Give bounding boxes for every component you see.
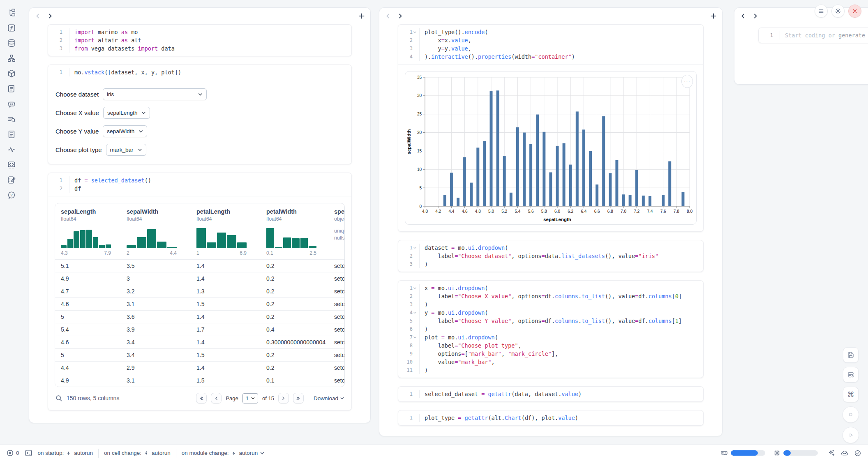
panel-next-button[interactable] <box>47 13 53 19</box>
code-line[interactable]: 1x = mo.ui.dropdown( <box>398 284 703 292</box>
scratchpad-icon[interactable] <box>7 84 16 93</box>
code-line[interactable]: 9 options=["mark_bar", "mark_circle"], <box>398 350 703 358</box>
table-row[interactable]: 5.13.51.40.2setosa <box>55 259 344 272</box>
settings-button[interactable] <box>831 5 845 18</box>
code-line[interactable]: 3 y=y.value, <box>398 44 703 53</box>
dropdown-choose-x-value[interactable]: sepalLength <box>103 107 150 119</box>
code-cell-dataset-dropdown[interactable]: 1dataset = mo.ui.dropdown(2 label="Choos… <box>398 240 704 272</box>
code-cell-imports[interactable]: 1import marimo as mo2import altair as al… <box>48 24 352 56</box>
download-button[interactable]: Download <box>314 395 344 401</box>
code-line[interactable]: 1df = selected_dataset() <box>48 176 351 184</box>
panel-prev-button[interactable] <box>385 13 391 19</box>
dependency-graph-icon[interactable] <box>7 54 16 63</box>
code-line[interactable]: 7plot = mo.ui.dropdown( <box>398 333 703 341</box>
code-cell-xy-plot-dropdowns[interactable]: 1x = mo.ui.dropdown(2 label="Choose X va… <box>398 280 704 378</box>
code-line[interactable]: 4).interactive().properties(width="conta… <box>398 53 703 61</box>
page-select[interactable]: 1 <box>242 393 258 403</box>
panel-prev-button[interactable] <box>35 13 41 19</box>
dropdown-choose-plot-type[interactable]: mark_bar <box>106 144 146 156</box>
panel-prev-button[interactable] <box>740 13 746 19</box>
function-icon[interactable] <box>7 23 16 32</box>
panel-next-button[interactable] <box>397 13 403 19</box>
column-header-sepalWidth[interactable]: sepalWidthfloat6424.4 <box>121 203 191 259</box>
code-line[interactable]: 1import marimo as mo <box>48 28 351 36</box>
help-icon[interactable]: ? <box>7 191 16 200</box>
add-cell-button[interactable] <box>711 13 716 19</box>
table-row[interactable]: 4.93.11.50.1setosa <box>55 374 344 387</box>
code-cell-plot-type[interactable]: 1plot_type = getattr(alt.Chart(df), plot… <box>398 410 704 426</box>
table-row[interactable]: 53.41.50.2setosa <box>55 348 344 361</box>
code-line[interactable]: 6) <box>398 325 703 333</box>
panel-next-button[interactable] <box>753 13 758 19</box>
close-panel-button[interactable] <box>848 5 861 18</box>
code-line[interactable]: 2df <box>48 184 351 193</box>
database-icon[interactable] <box>7 39 16 48</box>
code-cell-selected-dataset[interactable]: 1selected_dataset = getattr(data, datase… <box>398 386 704 402</box>
altair-bar-chart[interactable]: 4.04.24.44.64.85.05.25.45.65.86.06.26.46… <box>405 71 696 224</box>
code-line[interactable]: 10 value="mark_bar", <box>398 358 703 366</box>
column-header-petalLength[interactable]: petalLengthfloat6416.9 <box>191 203 261 259</box>
package-icon[interactable] <box>7 69 16 78</box>
documentation-icon[interactable] <box>7 130 16 139</box>
file-tree-icon[interactable] <box>7 8 16 17</box>
tracing-icon[interactable] <box>7 145 16 154</box>
chat-icon[interactable] <box>7 99 16 108</box>
table-row[interactable]: 4.931.40.2setosa <box>55 272 344 285</box>
code-line[interactable]: 3) <box>398 260 703 268</box>
code-line[interactable]: 1mo.vstack([dataset, x, y, plot]) <box>48 68 351 76</box>
dropdown-choose-y-value[interactable]: sepalWidth <box>103 125 147 137</box>
generate-ai-link[interactable]: generate <box>838 32 865 39</box>
code-line[interactable]: 8 label="Choose plot type", <box>398 341 703 350</box>
on-startup-setting[interactable]: on startup: autorun <box>38 450 93 456</box>
column-header-petalWidth[interactable]: petalWidthfloat640.12.5 <box>261 203 328 259</box>
add-cell-button[interactable] <box>359 13 365 19</box>
code-line[interactable]: 1selected_dataset = getattr(data, datase… <box>398 390 703 398</box>
empty-code-cell[interactable]: 1 Start coding or generate with AI <box>758 28 868 43</box>
code-cell-vstack[interactable]: 1mo.vstack([dataset, x, y, plot]) Choose… <box>48 65 352 164</box>
code-line[interactable]: 3from vega_datasets import data <box>48 44 351 53</box>
save-button[interactable] <box>843 347 859 363</box>
layout-button[interactable] <box>843 367 859 383</box>
chart-actions-button[interactable]: ··· <box>681 75 693 88</box>
prev-page-button[interactable] <box>211 393 222 403</box>
terminal-button[interactable] <box>25 449 32 457</box>
connection-status[interactable] <box>854 449 861 457</box>
code-line[interactable]: 1plot_type().encode( <box>398 28 703 36</box>
dropdown-choose-dataset[interactable]: iris <box>103 88 207 100</box>
logs-icon[interactable] <box>7 115 16 124</box>
code-line[interactable]: 4y = mo.ui.dropdown( <box>398 309 703 317</box>
run-button[interactable] <box>843 427 859 443</box>
code-line[interactable]: 1plot_type = getattr(alt.Chart(df), plot… <box>398 414 703 422</box>
code-line[interactable]: 2 label="Choose dataset", options=data.l… <box>398 252 703 260</box>
ai-assist-button[interactable] <box>827 449 835 457</box>
on-cell-change-setting[interactable]: on cell change: autorun <box>104 450 171 456</box>
table-row[interactable]: 4.73.21.30.2setosa <box>55 285 344 297</box>
notebook-icon[interactable] <box>7 175 16 184</box>
stop-button[interactable] <box>843 406 859 423</box>
error-count-badge[interactable]: 0 <box>7 449 19 456</box>
code-line[interactable]: 1dataset = mo.ui.dropdown( <box>398 244 703 252</box>
code-line[interactable]: 2 label="Choose X value", options=df.col… <box>398 292 703 300</box>
keyboard-shortcuts-button[interactable]: ⌘ <box>843 387 859 402</box>
next-page-button[interactable] <box>278 393 289 403</box>
table-row[interactable]: 4.63.41.40.30000000000000004setosa <box>55 336 344 348</box>
code-cell-dataframe[interactable]: 1df = selected_dataset()2df sepalLengthf… <box>48 173 352 410</box>
runtime-button[interactable] <box>840 449 849 457</box>
menu-button[interactable] <box>815 5 828 18</box>
table-row[interactable]: 53.61.40.2setosa <box>55 310 344 323</box>
snippets-icon[interactable] <box>7 160 16 169</box>
code-line[interactable]: 5 label="Choose Y value", options=df.col… <box>398 317 703 325</box>
first-page-button[interactable] <box>196 393 207 403</box>
column-header-species[interactable]: speciesobjectunique:nulls: <box>328 203 344 259</box>
code-line[interactable]: 3) <box>398 300 703 309</box>
search-icon[interactable] <box>55 395 62 402</box>
column-header-sepalLength[interactable]: sepalLengthfloat644.37.9 <box>55 203 121 259</box>
table-row[interactable]: 4.63.11.50.2setosa <box>55 297 344 310</box>
on-module-change-setting[interactable]: on module change: autorun <box>182 450 265 456</box>
last-page-button[interactable] <box>293 393 304 403</box>
code-line[interactable]: 2 x=x.value, <box>398 36 703 44</box>
table-row[interactable]: 5.43.91.70.4setosa <box>55 323 344 336</box>
code-line[interactable]: 11) <box>398 366 703 374</box>
code-line[interactable]: 2import altair as alt <box>48 36 351 44</box>
table-row[interactable]: 4.42.91.40.2setosa <box>55 361 344 374</box>
